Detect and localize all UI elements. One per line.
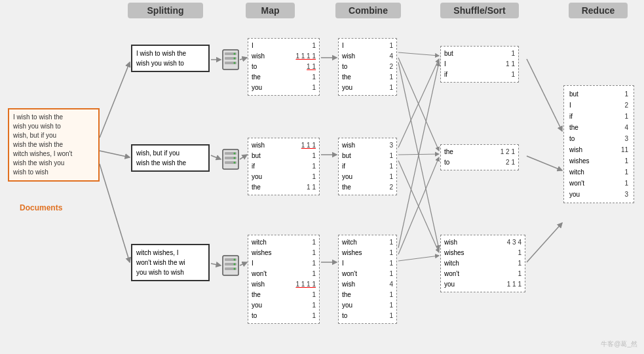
input-document: I wish to wish the wish you wish to wish… bbox=[8, 108, 100, 182]
server-icon-2 bbox=[221, 148, 240, 170]
reduce-box: but1 I2 if1 the4 to3 wish11 wishes1 witc… bbox=[563, 85, 634, 203]
svg-line-42 bbox=[527, 59, 562, 131]
shuffle-box-3: wish4 3 4 wishes1 witch1 won't1 you1 1 1 bbox=[440, 235, 525, 292]
doc-label: Documents bbox=[20, 203, 62, 212]
svg-point-13 bbox=[234, 162, 236, 164]
svg-line-23 bbox=[100, 164, 130, 262]
svg-line-34 bbox=[398, 58, 439, 151]
server-icon-1 bbox=[221, 49, 240, 71]
svg-line-33 bbox=[398, 52, 439, 56]
svg-line-37 bbox=[398, 154, 439, 155]
combine-box-3: witch1 wishes1 I1 won't1 wish4 the1 you1… bbox=[338, 235, 397, 324]
map-box-2: wish1 1 1 but1 if1 you1 the1 1 bbox=[248, 138, 320, 195]
svg-line-44 bbox=[527, 223, 562, 262]
svg-point-11 bbox=[234, 153, 236, 155]
svg-line-35 bbox=[398, 62, 439, 249]
split-box-1: I wish to wish thewish you wish to bbox=[131, 45, 210, 72]
shuffle-header: Shuffle/Sort bbox=[440, 3, 519, 18]
shuffle-box-2: the1 2 1 to2 1 bbox=[440, 144, 519, 170]
svg-point-18 bbox=[234, 259, 236, 261]
map-box-3: witch1 wishes1 I1 won't1 wish1 1 1 1 the… bbox=[248, 235, 320, 324]
combine-box-2: wish3 but1 if1 you1 the2 bbox=[338, 138, 397, 195]
svg-line-28 bbox=[240, 155, 247, 159]
reduce-header: Reduce bbox=[569, 3, 628, 18]
svg-line-39 bbox=[398, 62, 439, 248]
shuffle-box-1: but1 I1 1 if1 bbox=[440, 46, 519, 83]
split-box-2: wish, but if youwish the wish the bbox=[131, 144, 210, 172]
map-box-1: I1 wish1 1 1 1 to1 1 the1 you1 bbox=[248, 38, 320, 96]
svg-line-36 bbox=[398, 59, 439, 148]
svg-line-40 bbox=[398, 157, 439, 254]
map-header: Map bbox=[246, 3, 295, 18]
combine-header: Combine bbox=[335, 3, 401, 18]
svg-point-6 bbox=[234, 62, 236, 64]
svg-line-21 bbox=[100, 62, 130, 138]
server-icon-3 bbox=[221, 254, 240, 277]
svg-point-4 bbox=[234, 53, 236, 55]
svg-line-38 bbox=[398, 161, 439, 252]
svg-line-22 bbox=[100, 151, 130, 157]
splitting-header: Splitting bbox=[128, 3, 203, 18]
svg-point-20 bbox=[234, 268, 236, 270]
svg-line-27 bbox=[240, 58, 247, 60]
watermark: 牛客@葛_然 bbox=[601, 340, 637, 349]
svg-line-29 bbox=[240, 262, 247, 266]
doc-text: I wish to wish the wish you wish to wish… bbox=[13, 113, 72, 176]
svg-point-5 bbox=[234, 58, 236, 60]
svg-line-25 bbox=[211, 155, 221, 159]
svg-point-12 bbox=[234, 157, 236, 159]
combine-box-1: I1 wish4 to2 the1 you1 bbox=[338, 38, 397, 96]
main-container: Splitting Map Combine Shuffle/Sort Reduc… bbox=[0, 0, 644, 354]
svg-line-26 bbox=[211, 264, 221, 266]
split-box-3: witch wishes, Iwon't wish the wiyou wish… bbox=[131, 244, 210, 281]
svg-line-41 bbox=[398, 256, 439, 261]
svg-point-19 bbox=[234, 264, 236, 266]
svg-line-43 bbox=[527, 156, 562, 170]
